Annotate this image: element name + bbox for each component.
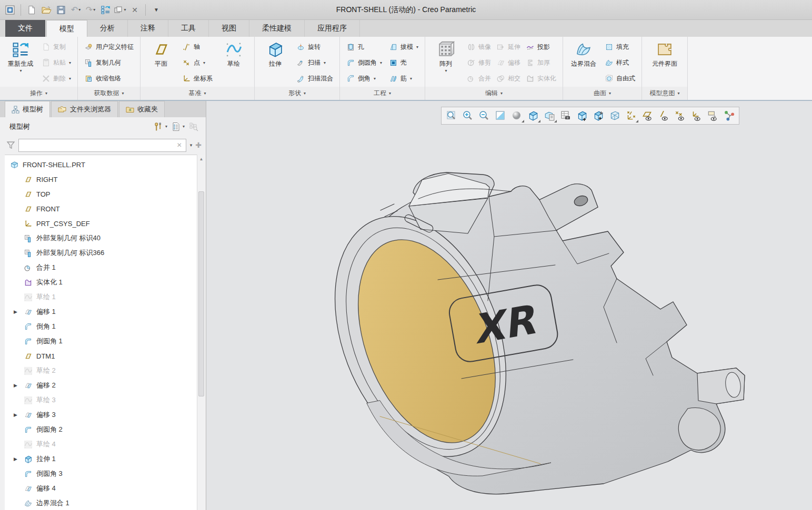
tree-item-front[interactable]: FRONT	[5, 201, 197, 216]
fill-button[interactable]: 填充	[602, 39, 638, 55]
annotation-elements-icon[interactable]	[590, 108, 606, 123]
tab-flexible-modeling[interactable]: 柔性建模	[249, 20, 305, 37]
tab-annotate[interactable]: 注释	[128, 20, 168, 37]
graphics-area[interactable]: XR	[206, 101, 812, 510]
expand-arrow-icon[interactable]: ▶	[12, 309, 19, 314]
save-icon[interactable]	[54, 3, 68, 17]
tab-folder-browser[interactable]: 文件夹浏览器	[51, 101, 118, 117]
group-label-editing[interactable]: 编辑▾	[425, 87, 563, 100]
extend-button[interactable]: 延伸	[494, 39, 523, 55]
expand-arrow-icon[interactable]: ▶	[12, 383, 19, 388]
open-icon[interactable]	[39, 3, 53, 17]
tree-item-boundary-blend-1[interactable]: 边界混合 1	[5, 496, 197, 510]
window-switch-icon[interactable]: ▾	[113, 3, 127, 17]
tree-scrollbar[interactable]: ▲	[197, 155, 205, 510]
shrinkwrap-button[interactable]: 收缩包络	[82, 70, 136, 86]
tab-model-tree[interactable]: 模型树	[5, 101, 50, 117]
point-display-icon[interactable]	[672, 108, 688, 123]
udf-button[interactable]: 用户定义特征	[82, 39, 136, 55]
tree-item-chamfer-1[interactable]: 倒角 1	[5, 319, 197, 334]
csys-button[interactable]: 坐标系	[179, 70, 215, 86]
app-icon[interactable]	[3, 3, 17, 17]
mirror-button[interactable]: 镜像	[464, 39, 494, 55]
group-label-get-data[interactable]: 获取数据▾	[78, 87, 140, 100]
tree-item-part[interactable]: FRONT-SHELL.PRT	[5, 157, 197, 172]
group-label-datum[interactable]: 基准▾	[141, 87, 254, 100]
boundary-blend-button[interactable]: 边界混合	[567, 39, 600, 67]
project-button[interactable]: 投影	[523, 39, 559, 55]
component-interface-button[interactable]: 元件界面	[646, 39, 684, 67]
tree-item-round-2[interactable]: 倒圆角 2	[5, 422, 197, 437]
zoom-in-icon[interactable]	[460, 108, 476, 123]
undo-icon[interactable]: ↶▾	[69, 3, 83, 17]
close-window-icon[interactable]: ✕	[128, 3, 142, 17]
thicken-button[interactable]: 加厚	[523, 55, 559, 70]
tab-model[interactable]: 模型	[46, 20, 87, 37]
tree-item-offset-4[interactable]: 偏移 4	[5, 481, 197, 496]
tree-filters-button[interactable]: ▾	[169, 121, 187, 132]
round-button[interactable]: 倒圆角▾	[344, 55, 385, 70]
tree-item-sketch-3[interactable]: 草绘 3	[5, 393, 197, 407]
tree-item-sketch-2[interactable]: 草绘 2	[5, 363, 197, 378]
group-label-operations[interactable]: 操作▾	[0, 87, 77, 100]
customize-toolbar-icon[interactable]: ▼	[149, 3, 163, 17]
tree-item-csys[interactable]: PRT_CSYS_DEF	[5, 216, 197, 231]
copy-geometry-button[interactable]: 复制几何	[82, 55, 136, 70]
spin-center-icon[interactable]	[721, 108, 737, 123]
delete-button[interactable]: 删除▾	[39, 70, 74, 86]
intersect-button[interactable]: 相交	[494, 70, 523, 86]
tree-item-offset-2[interactable]: ▶偏移 2	[5, 378, 197, 393]
revolve-button[interactable]: 旋转	[294, 39, 336, 55]
regenerate-button[interactable]: 重新生成 ▾	[4, 39, 37, 75]
group-label-surfaces[interactable]: 曲面▾	[563, 87, 641, 100]
axis-display-icon[interactable]	[656, 108, 671, 123]
saved-orientations-icon[interactable]	[542, 108, 557, 123]
search-options-icon[interactable]: ▾	[190, 142, 193, 148]
scroll-up-icon[interactable]: ▲	[197, 155, 205, 163]
tree-item-right[interactable]: RIGHT	[5, 172, 197, 187]
datum-display-icon[interactable]	[574, 108, 590, 123]
group-label-shapes[interactable]: 形状▾	[255, 87, 339, 100]
chamfer-button[interactable]: 倒角▾	[344, 70, 385, 86]
tab-applications[interactable]: 应用程序	[305, 20, 360, 37]
pattern-button[interactable]: 阵列 ▾	[429, 39, 463, 75]
tree-item-sketch-1[interactable]: 草绘 1	[5, 290, 197, 304]
tree-item-extrude-1[interactable]: ▶拉伸 1	[5, 452, 197, 466]
model-front-shell[interactable]: XR	[330, 169, 751, 496]
new-file-icon[interactable]	[25, 3, 38, 17]
tree-item-offset-1[interactable]: ▶偏移 1	[5, 304, 197, 319]
expand-arrow-icon[interactable]: ▶	[12, 456, 19, 462]
solidify-button[interactable]: 实体化	[523, 70, 559, 86]
tree-item-dtm1[interactable]: DTM1	[5, 349, 197, 363]
display-style-icon[interactable]	[525, 108, 541, 123]
zoom-out-icon[interactable]	[476, 108, 492, 123]
hole-button[interactable]: 孔	[344, 39, 385, 55]
shell-button[interactable]: 壳	[386, 55, 421, 70]
tree-item-top[interactable]: TOP	[5, 187, 197, 201]
tab-view[interactable]: 视图	[209, 20, 249, 37]
tree-item-sketch-4[interactable]: 草绘 4	[5, 437, 197, 452]
offset-button[interactable]: 偏移	[494, 55, 523, 70]
copy-button[interactable]: 复制	[39, 39, 74, 55]
freestyle-button[interactable]: 自由式	[602, 70, 638, 86]
tree-item-ext-copy-geom-40[interactable]: 外部复制几何 标识40	[5, 231, 197, 246]
annotation-display-icon[interactable]	[705, 108, 720, 123]
extrude-button[interactable]: 拉伸	[258, 39, 292, 67]
clear-search-icon[interactable]: ✕	[175, 141, 184, 149]
view-manager-icon[interactable]	[558, 108, 574, 123]
zoom-fit-icon[interactable]	[444, 108, 459, 123]
axis-button[interactable]: 轴	[179, 39, 215, 55]
tree-settings-button[interactable]: ▾	[152, 121, 169, 132]
group-label-engineering[interactable]: 工程▾	[340, 87, 425, 100]
csys-display-icon[interactable]	[688, 108, 704, 123]
paste-button[interactable]: 粘贴▾	[39, 55, 74, 70]
add-filter-icon[interactable]: ✚	[195, 141, 202, 149]
tab-file[interactable]: 文件	[5, 20, 45, 37]
point-button[interactable]: 点▾	[179, 55, 215, 70]
tree-search-input[interactable]	[21, 141, 175, 149]
scroll-thumb[interactable]	[198, 191, 204, 396]
redo-icon[interactable]: ↷▾	[84, 3, 97, 17]
sweep-button[interactable]: 扫描▾	[294, 55, 336, 70]
tab-analysis[interactable]: 分析	[87, 20, 128, 37]
rib-button[interactable]: 筋▾	[386, 70, 421, 86]
